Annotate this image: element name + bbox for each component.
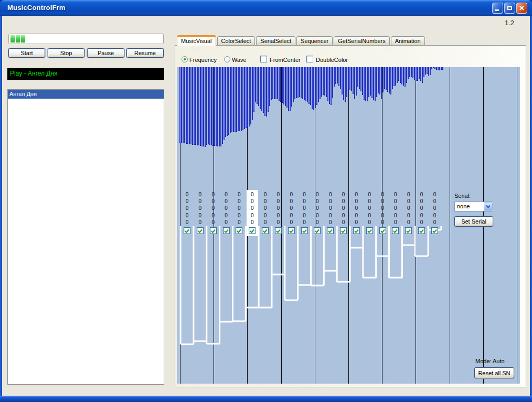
- close-icon: ✕: [517, 4, 527, 12]
- column-value: 0: [381, 219, 384, 226]
- column-checkbox[interactable]: [262, 227, 269, 234]
- window-frame-right: [530, 16, 532, 396]
- list-item[interactable]: Ангел Дня: [8, 90, 164, 99]
- column-checkbox[interactable]: [405, 227, 412, 234]
- column-value: 0: [368, 205, 371, 211]
- column-value: 0: [433, 205, 437, 211]
- column-value: 0: [381, 205, 384, 211]
- column-checkbox[interactable]: [392, 227, 399, 234]
- column-checkbox[interactable]: [197, 227, 204, 234]
- column-checkbox[interactable]: [340, 227, 347, 234]
- frequency-radio[interactable]: [182, 56, 188, 62]
- column-value: 0: [433, 219, 437, 226]
- column-value: 0: [211, 219, 215, 226]
- column-value: 0: [329, 213, 332, 219]
- playlist-listbox[interactable]: Ангел Дня: [7, 89, 164, 385]
- column-checkbox[interactable]: [418, 227, 425, 234]
- column-value: 0: [394, 192, 397, 198]
- column-value: 0: [199, 219, 202, 226]
- close-button[interactable]: ✕: [516, 3, 527, 14]
- minimize-button[interactable]: [492, 3, 503, 14]
- column-value: 0: [277, 213, 280, 219]
- column-value: 0: [251, 219, 254, 226]
- column-value: 0: [303, 192, 306, 198]
- column-checkbox[interactable]: [327, 227, 334, 234]
- frequency-radio-label: Frequency: [189, 57, 217, 63]
- column-value: 0: [251, 205, 254, 211]
- doublecolor-checkbox[interactable]: [306, 56, 313, 62]
- progress-bar: [8, 34, 164, 44]
- check-icon: [289, 228, 294, 234]
- column-checkbox[interactable]: [314, 227, 321, 234]
- column-value: 0: [381, 198, 384, 205]
- column-value: 0: [264, 198, 267, 205]
- column-checkbox[interactable]: [366, 227, 373, 234]
- tab-getserialnumbers[interactable]: GetSerialNumbers: [334, 36, 389, 45]
- check-icon: [406, 228, 411, 234]
- column-value: 0: [381, 192, 384, 198]
- minimize-icon: [495, 9, 499, 11]
- column-checkbox[interactable]: [223, 227, 230, 234]
- column-value: 0: [225, 192, 228, 198]
- column-value: 0: [186, 198, 189, 205]
- tab-sequencer[interactable]: Sequencer: [296, 36, 333, 45]
- column-value: 0: [277, 219, 280, 226]
- column-checkbox[interactable]: [249, 227, 256, 234]
- serial-dropdown[interactable]: none: [454, 202, 493, 211]
- tab-animation[interactable]: Animation: [391, 36, 425, 45]
- maximize-button[interactable]: [504, 3, 515, 14]
- column-value: 0: [407, 205, 410, 211]
- pause-button[interactable]: Pause: [87, 48, 124, 58]
- column-checkbox[interactable]: [210, 227, 217, 234]
- column-value: 0: [303, 205, 306, 211]
- application-window: MusicControlFrm ✕ 1.2 Start Stop Pause R…: [0, 0, 532, 402]
- column-value: 0: [316, 198, 319, 205]
- column-value: 0: [329, 205, 332, 211]
- chevron-down-icon[interactable]: [484, 202, 493, 211]
- column-value: 0: [290, 192, 293, 198]
- now-playing-display: Play - Ангел Дня: [7, 68, 164, 80]
- column-value: 0: [303, 198, 306, 205]
- column-value: 0: [211, 198, 215, 205]
- column-checkbox[interactable]: [288, 227, 295, 234]
- column-value: 0: [277, 198, 280, 205]
- check-icon: [262, 228, 268, 234]
- resume-button[interactable]: Resume: [126, 48, 164, 58]
- column-value: 0: [186, 205, 189, 211]
- column-checkbox[interactable]: [301, 227, 308, 234]
- column-value: 0: [238, 219, 241, 226]
- column-checkbox[interactable]: [184, 227, 190, 234]
- column-value: 0: [186, 213, 189, 219]
- column-value: 0: [355, 219, 358, 226]
- check-icon: [210, 228, 216, 234]
- stop-button[interactable]: Stop: [48, 48, 84, 58]
- column-value: 0: [316, 219, 319, 226]
- wave-radio-label: Wave: [232, 57, 247, 63]
- check-icon: [367, 228, 373, 234]
- set-serial-button[interactable]: Set Serial: [454, 216, 493, 227]
- maximize-icon: [507, 6, 512, 10]
- tab-musicvisual[interactable]: MusicVisual: [177, 35, 216, 46]
- check-icon: [354, 228, 359, 234]
- wave-radio[interactable]: [224, 56, 230, 62]
- column-checkbox[interactable]: [353, 227, 360, 234]
- column-value: 0: [355, 205, 358, 211]
- column-checkbox[interactable]: [379, 227, 386, 234]
- reset-all-sn-button[interactable]: Reset all SN: [474, 367, 514, 378]
- doublecolor-checkbox-label: DoubleColor: [316, 57, 348, 63]
- column-checkbox[interactable]: [275, 227, 282, 234]
- fromcenter-checkbox[interactable]: [260, 56, 267, 62]
- column-value: 0: [407, 213, 410, 219]
- column-value: 0: [211, 205, 215, 211]
- start-button[interactable]: Start: [8, 48, 45, 58]
- check-icon: [302, 228, 307, 234]
- column-value: 0: [199, 192, 202, 198]
- tab-colorselect[interactable]: ColorSelect: [217, 36, 256, 45]
- column-value: 0: [342, 219, 345, 226]
- serial-dropdown-value: none: [457, 203, 470, 209]
- column-value: 0: [420, 213, 423, 219]
- column-checkbox[interactable]: [431, 227, 438, 234]
- check-icon: [392, 228, 398, 234]
- tab-serialselect[interactable]: SerialSelect: [256, 36, 295, 45]
- column-checkbox[interactable]: [236, 227, 242, 234]
